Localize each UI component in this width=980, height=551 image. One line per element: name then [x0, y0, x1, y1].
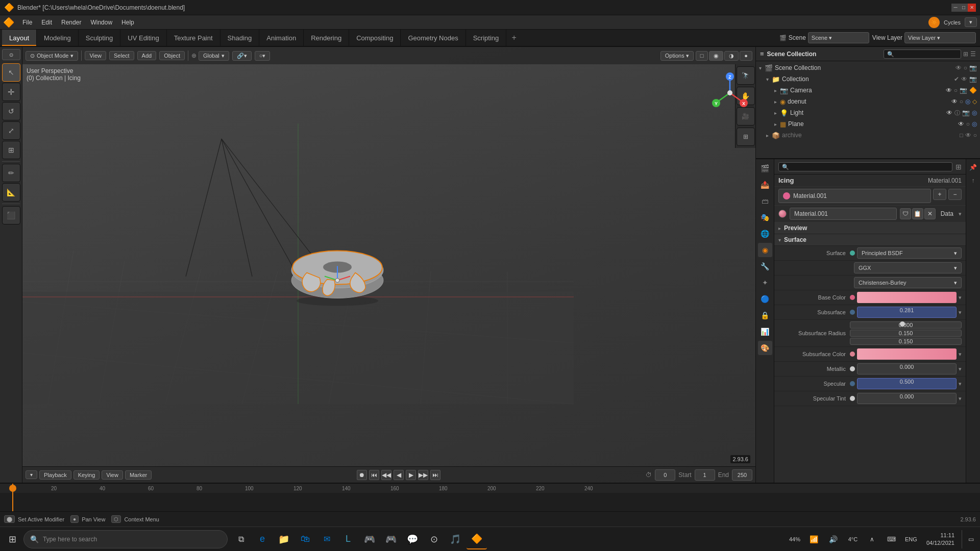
mode-selector[interactable]: ⊙	[2, 49, 20, 60]
mat-remove-btn[interactable]: −	[948, 189, 962, 200]
transform-tool[interactable]: ⊞	[2, 141, 20, 159]
tab-rendering[interactable]: Rendering	[304, 30, 349, 46]
blender-menu-logo[interactable]: 🔶	[3, 17, 14, 28]
menu-help[interactable]: Help	[117, 17, 138, 28]
material-slot-selector[interactable]: Material.001	[778, 189, 931, 203]
light-render[interactable]: 📷	[962, 109, 970, 116]
start-frame-input[interactable]: 1	[695, 469, 715, 481]
object-props-btn[interactable]: ◉	[758, 243, 772, 257]
specular-input[interactable]: 0.500	[857, 378, 957, 389]
vpn-btn[interactable]: ⊙	[424, 529, 444, 549]
surface-type-dropdown[interactable]: Principled BSDF ▾	[857, 247, 962, 259]
tab-animation[interactable]: Animation	[259, 30, 304, 46]
proportional-btn[interactable]: ○▾	[255, 51, 271, 61]
metallic-extra[interactable]: ▾	[959, 366, 962, 372]
tab-shading[interactable]: Shading	[220, 30, 260, 46]
col-render[interactable]: 📷	[969, 76, 977, 83]
col-view[interactable]: ✔	[954, 76, 959, 83]
viewport-gizmo[interactable]: Z X Y	[709, 72, 750, 113]
outliner-search-input[interactable]	[884, 49, 961, 59]
title-bar-controls[interactable]: ─ □ ✕	[951, 4, 976, 12]
base-color-extra[interactable]: ▾	[959, 294, 962, 301]
properties-search[interactable]	[778, 162, 952, 171]
render-badge[interactable]: 📷	[969, 64, 977, 71]
doenut-view[interactable]: 👁	[951, 98, 958, 105]
data-props-btn[interactable]: 📊	[758, 324, 772, 339]
step-fwd-btn[interactable]: ▶▶	[418, 470, 428, 480]
chevron-icon[interactable]: ∧	[864, 530, 880, 548]
solid-btn[interactable]: ◉	[709, 51, 723, 61]
add-cube-tool[interactable]: ⬛	[2, 206, 20, 224]
add-menu-btn[interactable]: Add	[137, 51, 157, 60]
blender-taskbar-btn[interactable]: 🔶	[467, 529, 487, 549]
tab-compositing[interactable]: Compositing	[349, 30, 401, 46]
tab-geometry-nodes[interactable]: Geometry Nodes	[401, 30, 465, 46]
data-dropdown-arrow[interactable]: ▾	[959, 211, 962, 217]
libre-btn[interactable]: L	[338, 529, 358, 549]
keying-btn[interactable]: Keying	[74, 470, 100, 480]
subsurface-radius-1-input[interactable]: 0.300	[850, 321, 962, 329]
game-btn[interactable]: 🎮	[359, 529, 380, 549]
outliner-archive[interactable]: ▸ 📦 archive □ 👁 ○	[756, 130, 980, 141]
step-back-btn[interactable]: ◀	[394, 470, 404, 480]
explorer-btn[interactable]: 📁	[274, 529, 294, 549]
sub-color-extra[interactable]: ▾	[959, 351, 962, 358]
system-clock[interactable]: 11:11 04/12/2021	[922, 532, 959, 546]
move-tool[interactable]: ✛	[2, 83, 20, 101]
menu-render[interactable]: Render	[57, 17, 85, 28]
annotate-tool[interactable]: ✏	[2, 164, 20, 182]
tab-uv-editing[interactable]: UV Editing	[120, 30, 166, 46]
menu-window[interactable]: Window	[86, 17, 116, 28]
distribution-dropdown[interactable]: GGX ▾	[854, 262, 962, 273]
steam-btn[interactable]: 🎮	[381, 529, 401, 549]
scene-props-btn[interactable]: 🎭	[758, 210, 772, 224]
cam-hide[interactable]: ○	[954, 87, 958, 94]
jump-end-btn[interactable]: ⏭	[430, 470, 440, 480]
show-desktop-btn[interactable]: ▭	[962, 530, 978, 548]
outliner-light[interactable]: ▸ 💡 Light 👁 ⓘ 📷 ◎	[756, 107, 980, 118]
light-view[interactable]: 👁	[946, 109, 952, 116]
preview-section-header[interactable]: ▸ Preview	[774, 222, 966, 234]
mat-copy-btn[interactable]: 📋	[912, 208, 923, 219]
marker-btn[interactable]: Marker	[125, 470, 152, 480]
keyboard-icon[interactable]: ⌨	[884, 530, 900, 548]
archive-view[interactable]: 👁	[965, 132, 971, 139]
rotate-tool[interactable]: ↺	[2, 102, 20, 120]
view-menu-btn[interactable]: View	[85, 51, 106, 60]
close-button[interactable]: ✕	[968, 4, 976, 12]
outliner-scene-collection[interactable]: ▾ 🎬 Scene Collection 👁 ○ 📷	[756, 62, 980, 73]
tab-texture-paint[interactable]: Texture Paint	[167, 30, 220, 46]
metallic-input[interactable]: 0.000	[857, 363, 957, 374]
minimize-button[interactable]: ─	[951, 4, 960, 12]
outliner-doenut[interactable]: ▸ ◉ doenut 👁 ○ ◎ ◇	[756, 96, 980, 107]
cursor-tool[interactable]: ↖	[2, 63, 20, 82]
scale-tool[interactable]: ⤢	[2, 121, 20, 140]
battery-indicator[interactable]: 44%	[787, 530, 803, 548]
tab-scripting[interactable]: Scripting	[466, 30, 507, 46]
plane-view[interactable]: 👁	[958, 120, 964, 128]
discord-btn[interactable]: 💬	[402, 529, 423, 549]
current-frame-input[interactable]: 0	[655, 469, 675, 481]
store-btn[interactable]: 🛍	[295, 529, 315, 549]
scene-field[interactable]: Scene ▾	[808, 32, 869, 43]
constraints-props-btn[interactable]: 🔒	[758, 308, 772, 322]
global-transform-btn[interactable]: Global ▾	[199, 51, 229, 61]
arrow-up-btn[interactable]: ↑	[967, 174, 979, 187]
taskview-btn[interactable]: ⧉	[231, 529, 251, 549]
windows-start-btn[interactable]: ⊞	[2, 529, 22, 549]
taskbar-search-bar[interactable]: 🔍 Type here to search	[23, 530, 228, 548]
mode-dropdown[interactable]: ⊙ Object Mode ▾	[26, 51, 78, 61]
volume-icon[interactable]: 🔊	[825, 530, 842, 548]
network-icon[interactable]: 📶	[806, 530, 822, 548]
outliner-filter-icon[interactable]: ⊞	[963, 51, 968, 58]
menu-edit[interactable]: Edit	[37, 17, 56, 28]
add-workspace-button[interactable]: +	[506, 30, 522, 46]
tab-sculpting[interactable]: Sculpting	[79, 30, 120, 46]
language-display[interactable]: ENG	[903, 530, 919, 548]
render-props-btn[interactable]: 🎬	[758, 161, 772, 176]
engine-dropdown[interactable]: ▾	[965, 17, 977, 27]
surface-section-header[interactable]: ▾ Surface	[774, 234, 966, 246]
material-name-field[interactable]: Material.001	[790, 208, 897, 220]
subsurface-color-swatch[interactable]	[857, 348, 957, 360]
world-props-btn[interactable]: 🌐	[758, 227, 772, 241]
